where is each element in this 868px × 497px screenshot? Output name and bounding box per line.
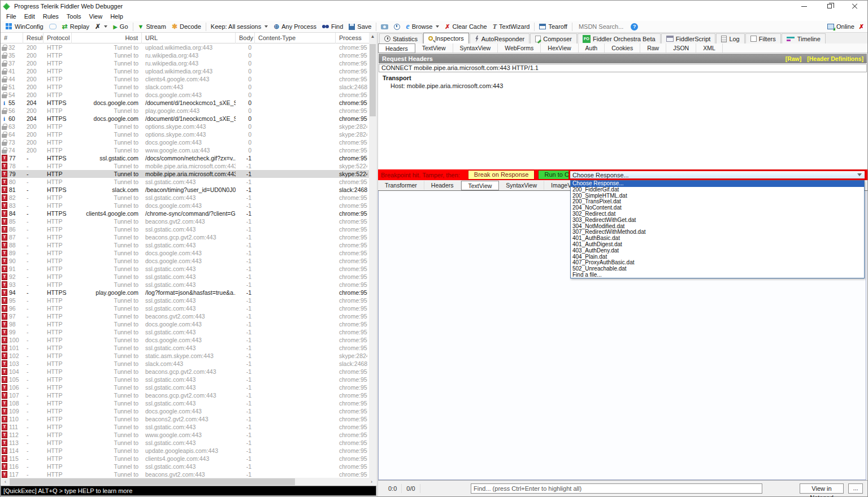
table-row[interactable]: 101-HTTPTunnel tossl.gstatic.com:443-1ch…	[1, 344, 369, 352]
request-tab-auth[interactable]: Auth	[579, 43, 605, 53]
dropdown-item[interactable]: 403_AuthDeny.dat	[571, 248, 864, 254]
table-row[interactable]: 92-HTTPTunnel tossl.gstatic.com:443-1chr…	[1, 273, 369, 281]
table-row[interactable]: 100-HTTPTunnel todocs.google.com:443-1ch…	[1, 336, 369, 344]
table-row[interactable]: 78-HTTPTunnel tomobile.pipe.aria.microso…	[1, 162, 369, 170]
help-button[interactable]: ?	[628, 23, 641, 31]
decode-button[interactable]: ✱Decode	[169, 22, 204, 31]
table-row[interactable]: 98-HTTPTunnel todocs.google.com:443-1chr…	[1, 320, 369, 328]
choose-response-combobox[interactable]: Choose Response...	[568, 169, 866, 180]
menu-item-view[interactable]: View	[85, 12, 107, 20]
table-row[interactable]: 96-HTTPTunnel tossl.gstatic.com:443-1chr…	[1, 304, 369, 312]
menu-item-tools[interactable]: Tools	[63, 12, 85, 20]
break-on-response-button[interactable]: Break on Response	[468, 170, 535, 180]
request-tab-raw[interactable]: Raw	[640, 43, 666, 53]
table-row[interactable]: 79-HTTPTunnel tomobile.pipe.aria.microso…	[1, 170, 369, 178]
table-row[interactable]: 117-HTTPTunnel tobeacons.gvt2.com:443-1c…	[1, 470, 369, 478]
stream-button[interactable]: ▼Stream	[135, 23, 169, 30]
table-row[interactable]: 99-HTTPTunnel tossl.gstatic.com:443-1chr…	[1, 328, 369, 336]
tab-fiddlerscript[interactable]: FiddlerScript	[661, 33, 716, 43]
tab-composer[interactable]: Composer	[530, 33, 577, 43]
table-row[interactable]: 90-HTTPTunnel todocs.google.com:443-1chr…	[1, 257, 369, 265]
table-row[interactable]: 91-HTTPTunnel tossl.gstatic.com:443-1chr…	[1, 265, 369, 273]
horizontal-scrollbar[interactable]: ‹ ›	[1, 478, 376, 486]
table-row[interactable]: 89-HTTPTunnel todocs.google.com:443-1chr…	[1, 249, 369, 257]
go-button[interactable]: ▶Go	[110, 23, 131, 30]
table-row[interactable]: 108-HTTPTunnel tossl.gstatic.com:443-1ch…	[1, 399, 369, 407]
raw-link[interactable]: [Raw]	[785, 55, 802, 62]
replay-button[interactable]: ⇄Replay	[59, 23, 92, 30]
header-definitions-link[interactable]: [Header Definitions]	[807, 55, 863, 62]
menu-item-edit[interactable]: Edit	[20, 12, 39, 20]
column-header-process[interactable]: Process	[336, 33, 367, 43]
table-row[interactable]: 35200HTTPTunnel toru.wikipedia.org:4430c…	[1, 51, 369, 59]
table-row[interactable]: 44200HTTPTunnel toclients4.google.com:44…	[1, 75, 369, 83]
table-row[interactable]: 81-HTTPSslack.com/beacon/timing?user_id=…	[1, 186, 369, 194]
table-row[interactable]: 105-HTTPTunnel tossl.gstatic.com:443-1ch…	[1, 376, 369, 383]
tab-inspectors[interactable]: Inspectors	[423, 33, 469, 43]
request-tab-webforms[interactable]: WebForms	[498, 43, 541, 53]
request-line[interactable]: CONNECT mobile.pipe.aria.microsoft.com:4…	[379, 64, 867, 72]
dropdown-item[interactable]: Find a file...	[571, 272, 864, 278]
column-header--[interactable]: #	[1, 33, 23, 43]
table-row[interactable]: 37200HTTPTunnel toru.wikipedia.org:4430c…	[1, 59, 369, 67]
request-tab-json[interactable]: JSON	[666, 43, 696, 53]
request-tab-cookies[interactable]: Cookies	[605, 43, 640, 53]
request-tab-xml[interactable]: XML	[696, 43, 723, 53]
table-row[interactable]: 95-HTTPTunnel tossl.gstatic.com:443-1chr…	[1, 297, 369, 304]
menu-item-help[interactable]: Help	[106, 12, 127, 20]
column-header-protocol[interactable]: Protocol	[44, 33, 72, 43]
request-tab-headers[interactable]: Headers	[378, 43, 415, 53]
view-in-notepad-button[interactable]: View in Notepad	[800, 483, 844, 494]
request-tab-syntaxview[interactable]: SyntaxView	[453, 43, 498, 53]
tab-autoresponder[interactable]: AutoResponder	[470, 33, 530, 43]
table-row[interactable]: 116-HTTPTunnel tossl.gstatic.com:443-1ch…	[1, 463, 369, 470]
tab-statistics[interactable]: Statistics	[379, 33, 423, 43]
table-row[interactable]: 56200HTTPTunnel toplay.google.com:4430ch…	[1, 107, 369, 115]
dropdown-item[interactable]: 303_RedirectWithGet.dat	[571, 217, 864, 224]
minimize-button[interactable]	[791, 1, 817, 12]
tab-filters[interactable]: Filters	[745, 33, 781, 43]
table-row[interactable]: 82-HTTPTunnel tossl.gstatic.com:443-1chr…	[1, 194, 369, 202]
tab-fiddler-orchestra-beta[interactable]: Fiddler Orchestra Beta	[578, 33, 661, 43]
response-tab-textview[interactable]: TextView	[461, 181, 500, 190]
table-row[interactable]: 87-HTTPTunnel tobeacons.gcp.gvt2.com:443…	[1, 233, 369, 241]
response-tab-syntaxview[interactable]: SyntaxView	[499, 181, 544, 190]
tab-timeline[interactable]: Timeline	[782, 33, 826, 43]
any-process-button[interactable]: ⊕Any Process	[271, 22, 319, 31]
comment-button[interactable]	[46, 23, 59, 30]
table-row[interactable]: 86-HTTPTunnel tossl.gstatic.com:443-1chr…	[1, 225, 369, 233]
dropdown-item[interactable]: 200_FiddlerGif.dat	[571, 187, 864, 193]
table-row[interactable]: 73200HTTPTunnel todocs.google.com:4430ch…	[1, 138, 369, 146]
table-row[interactable]: 77-HTTPSssl.gstatic.com/docs/common/netc…	[1, 154, 369, 162]
table-row[interactable]: 113-HTTPTunnel tossl.gstatic.com:443-1ch…	[1, 439, 369, 447]
response-tab-transformer[interactable]: Transformer	[378, 181, 424, 190]
close-button[interactable]	[842, 1, 867, 12]
find-button[interactable]: Find	[319, 23, 346, 30]
menu-item-file[interactable]: File	[2, 12, 20, 20]
more-options-button[interactable]: ...	[848, 483, 863, 494]
browse-button[interactable]: eBrowse	[403, 23, 442, 30]
quickexec-input[interactable]: [QuickExec] ALT+Q > type HELP to learn m…	[1, 486, 376, 496]
remove-sessions-button[interactable]: ✗	[92, 22, 110, 31]
msdn-search-box[interactable]: MSDN Search...	[574, 23, 628, 30]
column-header-result[interactable]: Result	[23, 33, 44, 43]
table-row[interactable]: 64200HTTPTunnel tooptions.skype.com:4430…	[1, 130, 369, 138]
table-row[interactable]: 106-HTTPTunnel tossl.gstatic.com:443-1ch…	[1, 383, 369, 391]
table-row[interactable]: 54200HTTPTunnel todocs.google.com:4430ch…	[1, 91, 369, 99]
table-row[interactable]: 32200HTTPTunnel toupload.wikimedia.org:4…	[1, 43, 369, 51]
column-header-body[interactable]: Body	[236, 33, 255, 43]
table-row[interactable]: 109-HTTPTunnel todocs.google.com:443-1ch…	[1, 407, 369, 415]
table-row[interactable]: 74200HTTPTunnel towww.google.com.ua:4430…	[1, 146, 369, 154]
transport-host-value[interactable]: Host: mobile.pipe.aria.microsoft.com:443	[390, 82, 503, 89]
textwizard-button[interactable]: TTextWizard	[490, 22, 533, 32]
table-row[interactable]: 63200HTTPTunnel tooptions.skype.com:4430…	[1, 123, 369, 130]
maximize-button[interactable]	[817, 1, 842, 12]
menu-item-rules[interactable]: Rules	[39, 12, 63, 20]
find-input[interactable]	[471, 483, 762, 494]
online-close-icon[interactable]: ✗	[857, 23, 864, 30]
save-button[interactable]: Save	[346, 23, 374, 30]
table-row[interactable]: 83-HTTPTunnel todocs.google.com:443-1chr…	[1, 202, 369, 210]
scrollbar-thumb[interactable]	[370, 44, 376, 116]
table-row[interactable]: 51200HTTPTunnel toslack.com:4430slack:24…	[1, 83, 369, 91]
table-row[interactable]: 85-HTTPTunnel tobeacons.gvt2.com:443-1ch…	[1, 217, 369, 225]
